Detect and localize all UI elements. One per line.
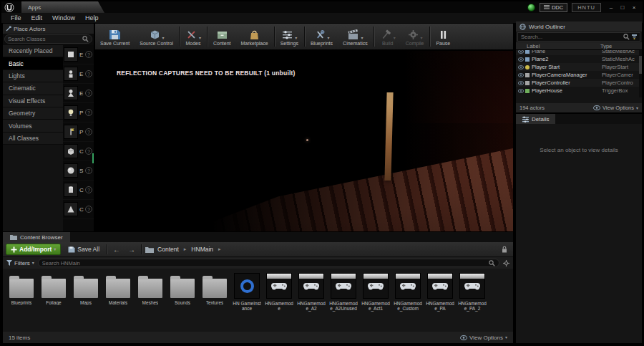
category-visual-effects[interactable]: Visual Effects xyxy=(3,95,63,107)
content-search-input[interactable] xyxy=(42,260,489,266)
minimize-button[interactable]: – xyxy=(605,3,617,12)
asset-hngamemode-pa-2[interactable]: HNGamemode_PA_2 xyxy=(458,273,487,312)
source-control-button[interactable]: ▾ Source Control xyxy=(135,24,178,49)
outliner-scrollbar[interactable] xyxy=(639,50,642,97)
category-volumes[interactable]: Volumes xyxy=(3,120,63,132)
marketplace-button[interactable]: Marketplace xyxy=(236,24,273,49)
maximize-button[interactable]: □ xyxy=(617,3,628,12)
tab-details[interactable]: Details xyxy=(516,114,555,124)
level-viewport[interactable]: REFLECTION CAPTURES NEED TO BE REBUILT (… xyxy=(95,51,513,231)
table-row[interactable]: PlayerController PlayerContro xyxy=(516,79,642,87)
place-actor-item[interactable]: E ? xyxy=(63,84,94,103)
view-options-button[interactable]: View Options ▾ xyxy=(593,105,638,111)
folder-meshes[interactable]: Meshes xyxy=(136,273,165,305)
toolbar-separator xyxy=(141,244,142,254)
info-icon: ? xyxy=(85,148,92,155)
category-all-classes[interactable]: All Classes xyxy=(3,133,63,145)
asset-hngamemode-a2unused[interactable]: HNGamemode_A2Unused xyxy=(329,273,358,312)
blueprints-button[interactable]: ▾ Blueprints xyxy=(306,24,338,49)
folder-materials[interactable]: Materials xyxy=(104,273,132,305)
content-browser-search[interactable] xyxy=(38,259,499,267)
save-all-button[interactable]: Save All xyxy=(64,244,103,254)
folder-sounds[interactable]: Sounds xyxy=(168,273,197,305)
folder-blueprints[interactable]: Blueprints xyxy=(7,273,36,305)
view-options-button[interactable]: View Options ▾ xyxy=(460,335,507,341)
place-actors-search[interactable] xyxy=(4,34,92,44)
breadcrumb-hnmain[interactable]: HNMain xyxy=(191,246,213,253)
place-actor-item[interactable]: P ? xyxy=(63,122,94,142)
place-actor-item[interactable]: P ? xyxy=(63,103,94,122)
world-icon xyxy=(519,24,526,30)
compile-button[interactable]: ▾ Compile xyxy=(401,24,429,49)
place-actor-item[interactable]: C ? xyxy=(63,181,94,200)
column-type[interactable]: Type xyxy=(600,43,642,49)
tab-content-browser[interactable]: Content Browser xyxy=(3,232,70,242)
place-actor-item[interactable]: S ? xyxy=(63,161,94,181)
menu-file[interactable]: File xyxy=(6,14,26,21)
asset-hn-gameinstance[interactable]: HN GameInstance xyxy=(233,273,261,312)
modes-button[interactable]: ▾ Modes xyxy=(180,24,206,49)
place-actor-item[interactable]: C ? xyxy=(63,200,94,219)
settings-button[interactable]: ▾ Settings xyxy=(275,24,303,49)
asset-hngamemode-custom[interactable]: HNGamemode_Custom xyxy=(394,273,422,312)
panel-options-icon[interactable] xyxy=(503,260,509,266)
menu-help[interactable]: Help xyxy=(80,14,104,21)
pause-button[interactable]: Pause xyxy=(431,24,455,49)
folder-foliage[interactable]: Foliage xyxy=(39,273,68,305)
close-button[interactable]: × xyxy=(628,3,640,12)
place-actor-item[interactable]: E ? xyxy=(63,45,94,64)
forward-button[interactable]: → xyxy=(126,246,137,254)
hntu-button[interactable]: HNTU xyxy=(572,3,601,12)
cinematics-button[interactable]: ▾ Cinematics xyxy=(338,24,373,49)
place-actor-item[interactable]: E ? xyxy=(63,64,94,84)
eye-icon[interactable] xyxy=(518,73,524,77)
category-basic[interactable]: Basic xyxy=(3,57,63,69)
eye-icon[interactable] xyxy=(518,50,524,54)
item-count: 15 items xyxy=(9,335,30,341)
toolbar-separator xyxy=(274,27,275,47)
eye-icon[interactable] xyxy=(518,89,524,93)
table-row[interactable]: PlayerHouse TriggerBox xyxy=(516,87,642,95)
back-button[interactable]: ← xyxy=(111,246,122,254)
menu-window[interactable]: Window xyxy=(47,14,80,21)
folder-textures[interactable]: Textures xyxy=(200,273,229,305)
save-current-button[interactable]: Save Current xyxy=(95,24,135,49)
table-row[interactable]: Plane StaticMeshAc xyxy=(516,50,642,55)
category-lights[interactable]: Lights xyxy=(3,70,63,82)
eye-icon[interactable] xyxy=(518,65,524,69)
window-tab-apps[interactable]: Apps xyxy=(21,1,104,13)
outliner-search[interactable] xyxy=(517,32,640,42)
category-cinematic[interactable]: Cinematic xyxy=(3,82,63,95)
place-actors-scrollbar[interactable] xyxy=(92,153,94,163)
category-geometry[interactable]: Geometry xyxy=(3,107,63,120)
asset-hngamemode-act1[interactable]: HNGamemode_Act1 xyxy=(361,273,390,312)
place-actors-item-list: E ? E ? E ? P ? xyxy=(63,45,94,231)
add-import-button[interactable]: Add/Import ▾ xyxy=(6,244,61,255)
unreal-engine-logo-icon xyxy=(4,3,14,12)
scene-vignette xyxy=(95,51,513,231)
asset-hngamemode-a2[interactable]: HNGamemode_A2 xyxy=(297,273,326,312)
place-actors-search-input[interactable] xyxy=(8,36,82,42)
table-row[interactable]: PlayerCameraManager PlayerCamer xyxy=(516,71,642,79)
folder-maps[interactable]: Maps xyxy=(72,273,100,305)
outliner-search-input[interactable] xyxy=(521,34,621,40)
asset-hngamemode-pa[interactable]: HNGamemode_PA xyxy=(426,273,454,312)
eye-icon[interactable] xyxy=(518,81,524,85)
table-row[interactable]: Player Start PlayerStart xyxy=(516,63,642,71)
info-icon: ? xyxy=(85,109,92,116)
menu-edit[interactable]: Edit xyxy=(26,14,48,21)
eye-icon[interactable] xyxy=(518,57,524,62)
outliner-column-header[interactable]: Label Type xyxy=(516,42,642,50)
place-actor-item[interactable]: C ? xyxy=(63,142,94,161)
column-label[interactable]: Label xyxy=(516,43,600,49)
content-button[interactable]: Content xyxy=(208,24,236,49)
ddc-button[interactable]: DDC xyxy=(540,3,567,12)
build-button[interactable]: ▾ Build xyxy=(375,24,401,49)
asset-hngamemode[interactable]: HNGamemode xyxy=(265,273,293,312)
search-options-icon[interactable] xyxy=(632,34,637,39)
table-row[interactable]: Plane2 StaticMeshAc xyxy=(516,55,642,63)
lock-icon[interactable] xyxy=(502,246,510,253)
category-recently-placed[interactable]: Recently Placed xyxy=(3,45,63,57)
filters-button[interactable]: Filters ▾ xyxy=(6,260,34,266)
breadcrumb-content[interactable]: Content xyxy=(157,246,179,253)
